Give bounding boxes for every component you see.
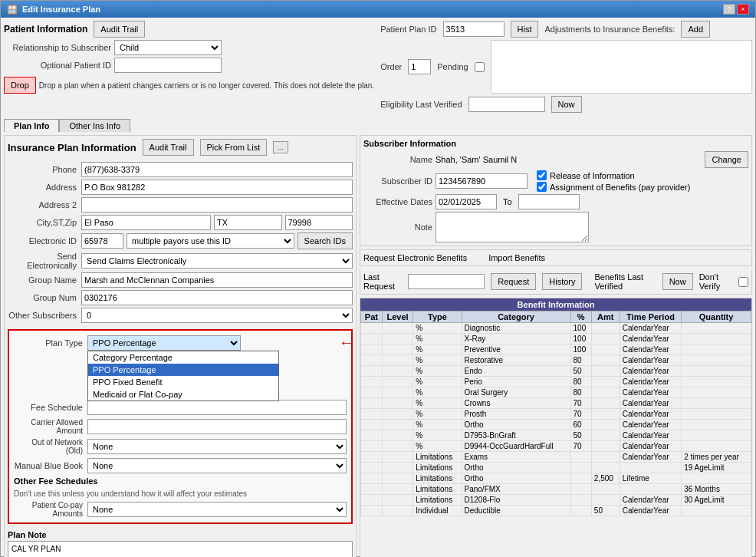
phone-input[interactable]: [81, 162, 353, 177]
send-electronically-select[interactable]: Send Claims Electronically: [81, 253, 353, 269]
address2-label: Address 2: [8, 200, 77, 209]
last-request-label: Last Request: [363, 272, 402, 291]
table-row: % Restorative 80 CalendarYear: [361, 355, 751, 366]
drop-button[interactable]: Drop: [4, 77, 36, 94]
address2-input[interactable]: [81, 197, 353, 213]
release-info-checkbox[interactable]: [537, 170, 547, 180]
change-button[interactable]: Change: [705, 151, 748, 168]
col-quantity: Quantity: [682, 311, 751, 323]
relationship-label: Relationship to Subscriber: [4, 43, 111, 52]
electronic-id-input[interactable]: [81, 233, 123, 249]
electronic-id-label: Electronic ID: [8, 236, 77, 246]
window-title: Edit Insurance Plan: [22, 5, 100, 14]
drop-message: Drop a plan when a patient changes carri…: [39, 81, 374, 90]
other-fee-schedules-label: Other Fee Schedules: [14, 476, 97, 486]
order-input[interactable]: [408, 59, 431, 74]
manual-blue-book-select[interactable]: None: [87, 458, 347, 473]
dont-verify-label: Don't Verify: [699, 272, 732, 291]
request-electronic-label: Request Electronic Benefits: [363, 253, 467, 262]
other-ins-info-tab[interactable]: Other Ins Info: [59, 119, 130, 132]
table-row: % Oral Surgery 80 CalendarYear: [361, 387, 751, 398]
benefit-information-title: Benefit Information: [360, 298, 751, 311]
close-button[interactable]: ×: [737, 4, 749, 15]
pending-checkbox[interactable]: [475, 62, 485, 72]
patient-copay-select[interactable]: None: [87, 502, 347, 517]
pending-label: Pending: [437, 62, 468, 71]
window-title-bar: 🪟 Edit Insurance Plan: [7, 5, 100, 15]
address-input[interactable]: [81, 180, 353, 195]
pick-from-list-button[interactable]: Pick From List: [200, 139, 268, 156]
table-row: % Endo 50 CalendarYear: [361, 366, 751, 377]
other-subscribers-label: Other Subscribers: [8, 311, 77, 320]
eligibility-input[interactable]: [468, 97, 545, 112]
other-fee-message: Don't use this unless you understand how…: [14, 489, 247, 498]
effective-date-input[interactable]: [436, 194, 497, 209]
address-label: Address: [8, 183, 77, 192]
plan-info-tab[interactable]: Plan Info: [4, 119, 59, 132]
other-subscribers-select[interactable]: 0: [81, 308, 353, 323]
add-button[interactable]: Add: [681, 21, 710, 38]
multiple-payors-select[interactable]: multiple payors use this ID: [127, 233, 294, 249]
table-row: % Ortho 60 CalendarYear: [361, 420, 751, 430]
plan-note-textarea[interactable]: CAL YR PLAN SRP: @80%. EVERY 24 MONTHS. …: [8, 541, 353, 557]
hist-button[interactable]: Hist: [511, 21, 539, 38]
zip-input[interactable]: [285, 215, 353, 230]
out-of-network-select[interactable]: None: [87, 439, 347, 454]
carrier-allowed-input[interactable]: [87, 419, 347, 434]
now-top-button[interactable]: Now: [551, 96, 582, 113]
dropdown-ppo-fixed-benefit[interactable]: PPO Fixed Benefit: [88, 376, 278, 388]
group-num-input[interactable]: [81, 290, 353, 305]
order-label: Order: [380, 62, 402, 71]
help-button[interactable]: ?: [723, 4, 735, 15]
now-benefits-button[interactable]: Now: [662, 273, 693, 290]
effective-date-to-input[interactable]: [518, 194, 580, 209]
table-row: % Prosth 70 CalendarYear: [361, 409, 751, 420]
expand-button[interactable]: ...: [273, 141, 288, 153]
table-row: Limitations Exams CalendarYear 2 times p…: [361, 452, 751, 463]
manual-blue-book-label: Manual Blue Book: [14, 461, 83, 470]
dropdown-ppo-percentage[interactable]: PPO Percentage: [88, 364, 278, 376]
table-row: Limitations Ortho 19 AgeLimit: [361, 463, 751, 473]
last-request-input[interactable]: [408, 274, 485, 289]
plan-note-label: Plan Note: [8, 530, 353, 539]
dropdown-category-percentage[interactable]: Category Percentage: [88, 351, 278, 364]
table-row: Limitations Pano/FMX 36 Months: [361, 484, 751, 495]
dropdown-medicaid-flat-copay[interactable]: Medicaid or Flat Co-pay: [88, 388, 278, 400]
audit-trail-top-button[interactable]: Audit Trail: [94, 21, 145, 38]
subscriber-name-label: Name: [363, 155, 432, 164]
audit-trail-plan-button[interactable]: Audit Trail: [143, 139, 194, 156]
note-textarea[interactable]: [436, 212, 589, 242]
adjustments-label: Adjustments to Insurance Benefits:: [544, 25, 675, 34]
search-ids-button[interactable]: Search IDs: [297, 232, 353, 249]
state-input[interactable]: [214, 215, 282, 230]
fee-schedule-input[interactable]: [87, 400, 347, 415]
subscriber-name-value: Shah, 'Sam' Saumil N: [436, 155, 517, 164]
benefits-last-verified-label: Benefits Last Verified: [594, 272, 656, 291]
table-row: % Preventive 100 CalendarYear: [361, 344, 751, 355]
optional-patient-id-input[interactable]: [114, 58, 222, 73]
col-time-period: Time Period: [620, 311, 681, 323]
request-button[interactable]: Request: [491, 273, 536, 290]
fee-schedule-label: Fee Schedule: [14, 403, 83, 412]
patient-information-title: Patient Information: [4, 24, 87, 35]
table-row: % Diagnostic 100 CalendarYear: [361, 323, 751, 334]
carrier-allowed-label: Carrier Allowed Amount: [14, 418, 83, 435]
optional-patient-id-label: Optional Patient ID: [4, 61, 111, 70]
subscriber-id-input[interactable]: [436, 173, 528, 189]
plan-type-select[interactable]: PPO Percentage: [87, 335, 241, 351]
assignment-benefits-checkbox[interactable]: [537, 182, 547, 192]
subscriber-id-label: Subscriber ID: [363, 176, 432, 186]
history-button[interactable]: History: [542, 273, 582, 290]
relationship-select[interactable]: Child: [114, 40, 222, 55]
table-row: % D7953-BnGraft 50 CalendarYear: [361, 430, 751, 441]
patient-plan-id-input[interactable]: [443, 21, 505, 37]
note-label: Note: [363, 222, 432, 232]
dont-verify-checkbox[interactable]: [738, 277, 748, 287]
city-input[interactable]: [81, 215, 211, 230]
phone-label: Phone: [8, 165, 77, 174]
group-name-input[interactable]: [81, 272, 353, 288]
import-benefits-label: Import Benefits: [488, 253, 545, 262]
col-category: Category: [462, 311, 570, 323]
insurance-plan-title: Insurance Plan Information: [8, 142, 136, 153]
eligibility-label: Eligibility Last Verified: [380, 100, 462, 109]
